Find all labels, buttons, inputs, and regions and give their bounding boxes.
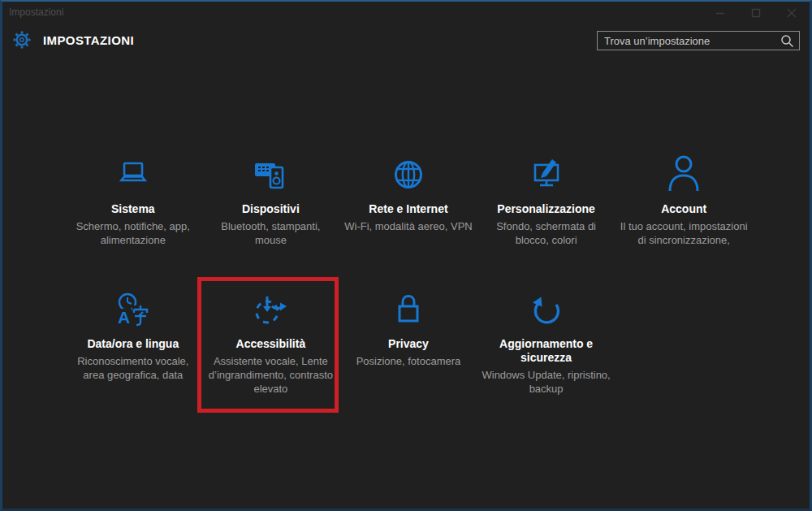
page-title: IMPOSTAZIONI (43, 33, 134, 47)
person-icon (663, 153, 704, 197)
tile-title: Privacy (388, 337, 429, 351)
tile-title: Rete e Internet (369, 202, 447, 216)
window-title: Impostazioni (9, 6, 63, 18)
tile-title: Aggiornamento e sicurezza (477, 337, 615, 365)
category-grid: Sistema Schermo, notifiche, app, aliment… (64, 153, 753, 396)
tile-title: Dispositivi (242, 202, 300, 216)
gear-icon (12, 30, 32, 50)
close-icon[interactable] (774, 2, 810, 24)
tile-subtitle: Assistente vocale, Lente d’ingrandimento… (204, 354, 337, 396)
tile-sistema[interactable]: Sistema Schermo, notifiche, app, aliment… (64, 153, 202, 288)
tile-title: Data/ora e lingua (87, 337, 179, 351)
titlebar: Impostazioni (2, 2, 810, 24)
tile-subtitle: Schermo, notifiche, app, alimentazione (67, 219, 200, 247)
laptop-icon (114, 153, 153, 197)
settings-window: Impostazioni IMPOSTAZIONI (0, 0, 812, 511)
svg-text:A: A (118, 308, 130, 327)
minimize-icon[interactable] (702, 2, 738, 24)
tile-title: Accessibilità (236, 337, 306, 351)
ease-of-access-icon (251, 288, 290, 331)
tile-subtitle: Posizione, fotocamera (356, 354, 461, 368)
tile-title: Sistema (111, 202, 155, 216)
tile-subtitle: Bluetooth, stampanti, mouse (204, 219, 337, 247)
tile-subtitle: Il tuo account, impostazioni di sincroni… (617, 219, 750, 247)
tile-data-ora-lingua[interactable]: A Data/ora e lingua Riconoscimento vocal… (64, 288, 202, 396)
keyboard-speaker-icon (251, 153, 290, 197)
tile-subtitle: Windows Update, ripristino, backup (480, 368, 613, 396)
tile-dispositivi[interactable]: Dispositivi Bluetooth, stampanti, mouse (202, 153, 340, 288)
refresh-icon (527, 288, 566, 331)
tile-privacy[interactable]: Privacy Posizione, fotocamera (339, 288, 477, 396)
tile-title: Account (661, 202, 706, 216)
globe-icon (389, 153, 428, 197)
tile-account[interactable]: Account Il tuo account, impostazioni di … (615, 153, 753, 288)
tile-subtitle: Riconoscimento vocale, area geografica, … (67, 354, 200, 382)
tile-title: Personalizzazione (497, 202, 595, 216)
tile-rete-internet[interactable]: Rete e Internet Wi-Fi, modalità aereo, V… (339, 153, 477, 288)
search-box[interactable] (597, 31, 800, 50)
maximize-icon[interactable] (738, 2, 774, 24)
tile-subtitle: Sfondo, schermata di blocco, colori (480, 219, 613, 247)
window-controls (702, 2, 810, 24)
tile-personalizzazione[interactable]: Personalizzazione Sfondo, schermata di b… (477, 153, 615, 288)
tile-accessibilita[interactable]: Accessibilità Assistente vocale, Lente d… (202, 288, 340, 396)
search-input[interactable] (598, 35, 780, 47)
lock-icon (389, 288, 428, 331)
tile-subtitle: Wi-Fi, modalità aereo, VPN (344, 219, 473, 233)
magnifier-icon[interactable] (780, 33, 794, 48)
tile-aggiornamento-sicurezza[interactable]: Aggiornamento e sicurezza Windows Update… (477, 288, 615, 396)
monitor-pen-icon (527, 153, 566, 197)
clock-language-icon: A (114, 288, 153, 331)
